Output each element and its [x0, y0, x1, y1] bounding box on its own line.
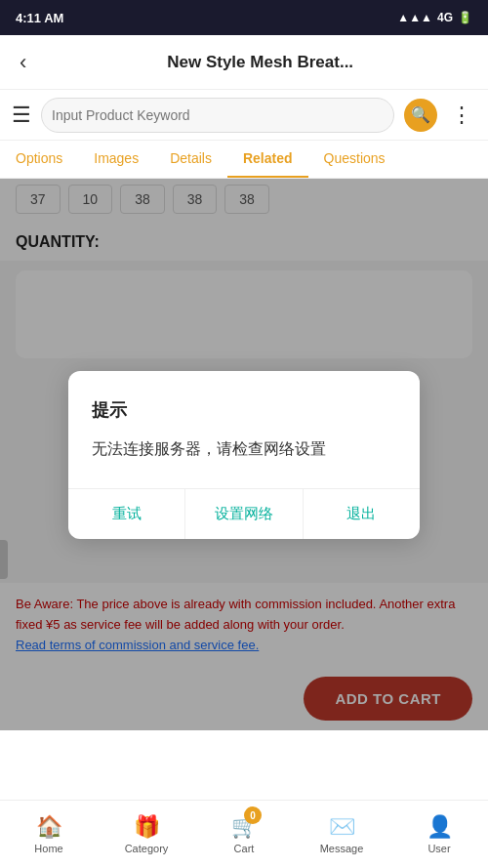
nav-category[interactable]: 🎁 Category	[98, 801, 195, 868]
nav-user-label: User	[427, 843, 450, 854]
nav-home-label: Home	[34, 843, 62, 854]
dialog-message: 无法连接服务器，请检查网络设置	[92, 437, 396, 461]
search-box	[41, 98, 394, 133]
status-right: ▲▲▲ 4G 🔋	[397, 11, 472, 24]
bottom-nav: 🏠 Home 🎁 Category 0 🛒 Cart ✉️ Message 👤 …	[0, 800, 488, 868]
settings-button[interactable]: 设置网络	[185, 489, 303, 539]
tab-images[interactable]: Images	[78, 141, 154, 178]
nav-cart-label: Cart	[234, 843, 255, 854]
cart-badge: 0	[244, 806, 262, 824]
nav-category-label: Category	[125, 843, 169, 854]
search-row: ☰ 🔍 ⋮	[0, 90, 488, 141]
status-time: 4:11 AM	[16, 11, 63, 25]
dialog-title: 提示	[92, 398, 396, 422]
nav-home[interactable]: 🏠 Home	[0, 801, 98, 868]
search-input[interactable]	[52, 107, 384, 123]
back-button[interactable]: ‹	[12, 46, 34, 79]
battery-icon: 🔋	[458, 11, 472, 24]
tab-questions[interactable]: Questions	[308, 141, 401, 178]
tab-related[interactable]: Related	[227, 141, 308, 178]
nav-message[interactable]: ✉️ Message	[293, 801, 390, 868]
status-bar: 4:11 AM ▲▲▲ 4G 🔋	[0, 0, 488, 35]
search-icon: 🔍	[411, 105, 430, 124]
tab-options[interactable]: Options	[0, 141, 78, 178]
network-type: 4G	[437, 11, 453, 24]
header: ‹ New Style Mesh Breat...	[0, 35, 488, 90]
hamburger-icon[interactable]: ☰	[12, 103, 31, 128]
user-icon: 👤	[427, 814, 453, 840]
message-icon: ✉️	[329, 814, 355, 840]
tab-details[interactable]: Details	[154, 141, 227, 178]
home-icon: 🏠	[36, 814, 62, 840]
more-icon[interactable]: ⋮	[447, 103, 476, 128]
exit-button[interactable]: 退出	[304, 489, 420, 539]
nav-cart[interactable]: 0 🛒 Cart	[195, 801, 293, 868]
page-title: New Style Mesh Breat...	[44, 53, 476, 72]
retry-button[interactable]: 重试	[68, 489, 185, 539]
dialog-actions: 重试 设置网络 退出	[68, 488, 420, 539]
tabs-bar: Options Images Details Related Questions	[0, 141, 488, 179]
nav-message-label: Message	[320, 843, 364, 854]
nav-user[interactable]: 👤 User	[390, 801, 488, 868]
search-button[interactable]: 🔍	[404, 99, 437, 132]
signal-icon: ▲▲▲	[397, 11, 432, 24]
category-icon: 🎁	[134, 814, 160, 840]
alert-dialog: 提示 无法连接服务器，请检查网络设置 重试 设置网络 退出	[68, 371, 420, 539]
